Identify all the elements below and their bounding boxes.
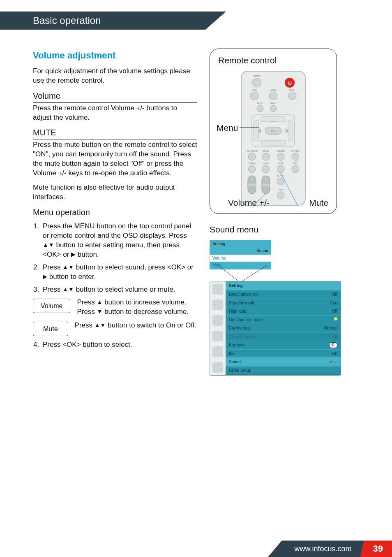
section-title: Volume adjustment [33, 49, 197, 62]
svg-point-2 [252, 78, 261, 87]
svg-text:VIDEO: VIDEO [270, 89, 277, 91]
svg-point-28 [277, 153, 284, 160]
svg-point-35 [262, 165, 270, 173]
svg-text:PATTERN: PATTERN [291, 150, 300, 152]
mute-para2: Mute function is also effective for audi… [33, 183, 197, 202]
volume-box: Volume [33, 299, 70, 313]
up-down-icon: ▲▼ [43, 242, 54, 248]
svg-text:TIMER: TIMER [277, 188, 284, 191]
up-down-icon: ▲▼ [62, 264, 74, 270]
svg-text:⏻: ⏻ [288, 81, 292, 85]
mute-desc: Press ▲▼ button to switch to On or Off. [75, 321, 197, 330]
menu-label: Menu [217, 122, 238, 134]
osd-icon [212, 299, 223, 310]
volume-heading: Volume [33, 91, 197, 103]
osd-icon [212, 315, 223, 326]
osd-sidebar [210, 281, 226, 375]
up-icon: ▲ [97, 299, 103, 305]
svg-text:VOLUME: VOLUME [262, 184, 270, 186]
mute-heading: MUTE [33, 127, 197, 139]
steps-list-cont: Press <OK> button to select. [33, 340, 197, 350]
svg-text:−: − [265, 189, 267, 193]
svg-point-13 [257, 105, 263, 112]
menu-pointer-line [240, 128, 259, 128]
mute-box: Mute [33, 322, 68, 337]
remote-title: Remote control [218, 55, 328, 66]
osd-row: Direct power onOff [226, 290, 341, 299]
page-footer: www.infocus.com 39 [0, 541, 392, 557]
right-icon: ▶ [43, 274, 47, 279]
svg-text:MENU: MENU [270, 102, 277, 104]
osd-header: Setting [226, 281, 341, 290]
popup-volume: Volume [210, 255, 271, 262]
svg-point-36 [277, 165, 284, 173]
svg-text:AUTO: AUTO [257, 102, 263, 104]
sound-menu-title: Sound menu [210, 224, 371, 235]
svg-point-10 [288, 92, 296, 100]
svg-text:FREEZE: FREEZE [277, 150, 285, 152]
osd-icon [212, 331, 223, 341]
up-down-icon: ▲▼ [95, 322, 106, 328]
right-icon: ▶ [71, 251, 76, 257]
volume-label: Volume +/- [228, 197, 270, 209]
popup-header: Setting [210, 240, 271, 248]
svg-line-52 [218, 265, 238, 281]
osd-icon [212, 346, 223, 357]
osd-menu: Setting Direct power onOff Standby modeE… [210, 281, 341, 376]
svg-point-8 [250, 92, 258, 100]
svg-point-49 [277, 192, 284, 199]
osd-row: HDMI Setup [226, 366, 341, 375]
left-column: Volume adjustment For quick adjustment o… [33, 47, 197, 376]
sound-menu-diagram: Setting Sound Volume Mute [210, 240, 371, 376]
svg-text:SCREEN: SCREEN [248, 162, 256, 165]
osd-row: High landOff [226, 307, 341, 316]
page-header: Basic operation [0, 12, 392, 35]
popup-sound: Sound [210, 247, 271, 255]
footer-url: www.infocus.com [282, 541, 364, 557]
intro-text: For quick adjustment of the volume setti… [33, 67, 197, 86]
osd-row: Cooling fastNormal [226, 324, 341, 332]
svg-text:+: + [251, 177, 253, 181]
remote-illustration: INPUT ⏻ VGA VIDEO HDMI AUTO MENU OK [240, 70, 306, 206]
osd-row: Light source mode [226, 316, 341, 324]
up-down-icon: ▲▼ [62, 286, 74, 292]
volume-desc: Press ▲ button to increase volume. Press… [77, 298, 197, 317]
svg-text:D.ZOOM: D.ZOOM [248, 184, 256, 186]
down-icon: ▼ [97, 309, 103, 314]
steps-list: Press the MENU button on the top control… [33, 222, 197, 295]
svg-text:BLANK: BLANK [277, 174, 284, 177]
right-column: Remote control Menu INPUT ⏻ VGA VIDEO HD… [210, 47, 371, 376]
osd-icon [212, 284, 223, 295]
volume-para: Press the remote control Volume +/- butt… [33, 104, 197, 123]
osd-row: Closed captionOff [226, 332, 341, 341]
svg-text:VGA: VGA [252, 89, 257, 91]
svg-text:INFO.: INFO. [293, 162, 298, 165]
osd-icon [212, 362, 223, 373]
step-1: Press the MENU button on the top control… [41, 222, 197, 260]
svg-text:OK: OK [271, 130, 275, 132]
svg-point-14 [270, 105, 277, 112]
mute-label: Mute [309, 197, 328, 209]
svg-point-39 [277, 178, 284, 185]
svg-text:−: − [251, 189, 253, 193]
svg-point-29 [292, 153, 299, 160]
svg-point-34 [248, 165, 256, 173]
svg-line-53 [242, 265, 267, 281]
svg-text:+: + [265, 177, 267, 181]
svg-text:HDMI: HDMI [289, 89, 295, 91]
remote-control-panel: Remote control Menu INPUT ⏻ VGA VIDEO HD… [210, 49, 337, 214]
mute-para1: Press the mute button on the remote cont… [33, 140, 197, 178]
step-2: Press ▲▼ button to select sound, press <… [41, 263, 197, 282]
connector-lines [214, 265, 296, 282]
osd-row: Standby modeEco [226, 299, 341, 307]
header-title: Basic operation [0, 12, 392, 30]
osd-row-selected: Sound↵ ... [226, 357, 341, 366]
footer-page-number: 39 [364, 541, 392, 557]
svg-text:LAMP: LAMP [263, 162, 269, 165]
step-3: Press ▲▼ button to select volume or mute… [41, 285, 197, 295]
osd-row: Key lock⦿ [226, 341, 341, 349]
step-4: Press <OK> button to select. [41, 340, 197, 350]
osd-row: IrisOn [226, 349, 341, 358]
svg-text:KEYSTONE: KEYSTONE [246, 150, 258, 152]
svg-point-9 [269, 92, 277, 100]
